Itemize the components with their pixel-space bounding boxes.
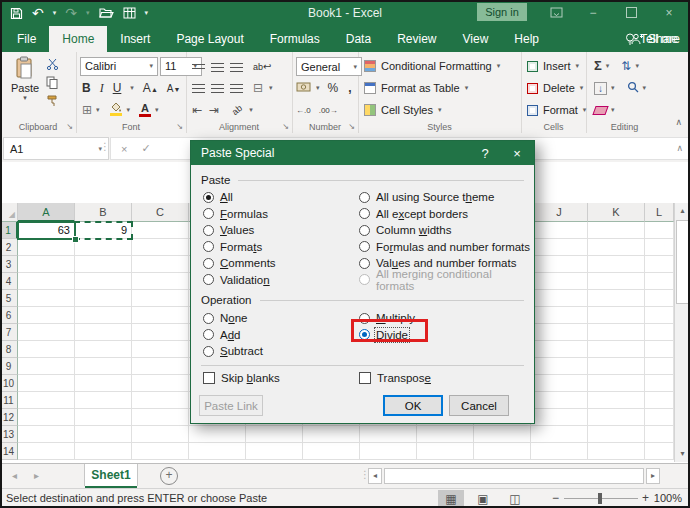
hscroll-left-icon[interactable]: ◂ [368, 468, 382, 484]
transpose-checkbox[interactable]: Transpose [359, 372, 431, 384]
cell-b14[interactable] [75, 443, 132, 460]
expand-formula-bar-icon[interactable]: ∧ [676, 143, 683, 153]
radio-subtract[interactable]: Subtract [203, 343, 353, 360]
radio-icon[interactable] [359, 241, 370, 252]
cell-j10[interactable] [531, 375, 588, 392]
cell-b12[interactable] [75, 409, 132, 426]
orientation-icon[interactable]: ab [230, 103, 244, 117]
cell-c8[interactable] [132, 341, 189, 358]
ribbon-tab-data[interactable]: Data [333, 26, 384, 52]
cell-l11[interactable] [645, 392, 674, 409]
radio-values[interactable]: Values [203, 222, 353, 239]
radio-all-except-borders[interactable]: All except borders [359, 206, 531, 223]
cell-j7[interactable] [531, 324, 588, 341]
cell-b11[interactable] [75, 392, 132, 409]
sheet-tab-active[interactable]: Sheet1 [84, 464, 138, 486]
underline-button[interactable]: U [113, 81, 122, 95]
decrease-indent-icon[interactable]: ⇤ [192, 104, 202, 116]
next-sheet-icon[interactable]: ▸ [34, 470, 39, 481]
cell-c2[interactable] [132, 239, 189, 256]
row-header-12[interactable]: 12 [0, 409, 18, 426]
cell-b7[interactable] [75, 324, 132, 341]
cell-j14[interactable] [531, 443, 588, 460]
name-box[interactable]: A1▾ [3, 137, 109, 160]
dialog-title-bar[interactable]: Paste Special ? × [191, 141, 534, 165]
hscroll-right-icon[interactable]: ▸ [646, 468, 660, 484]
number-format-select[interactable]: General▾ [296, 57, 362, 76]
cell-c1[interactable] [132, 222, 189, 239]
cut-icon[interactable] [46, 58, 59, 72]
cell-c4[interactable] [132, 273, 189, 290]
cell-b13[interactable] [75, 426, 132, 443]
shrink-font-button[interactable]: A▼ [167, 83, 181, 94]
underline-caret-icon[interactable]: ▾ [130, 84, 134, 92]
normal-view-button[interactable]: ▦ [438, 490, 464, 507]
cancel-icon[interactable]: × [121, 143, 127, 155]
column-header-b[interactable]: B [75, 203, 132, 222]
cells-delete-button[interactable]: Delete▾ [527, 79, 583, 97]
cell-l9[interactable] [645, 358, 674, 375]
cell-i13[interactable] [474, 426, 531, 443]
collapse-ribbon-icon[interactable]: ∧ [675, 117, 682, 127]
cell-j5[interactable] [531, 290, 588, 307]
cell-j1[interactable] [531, 222, 588, 239]
cell-h13[interactable] [417, 426, 474, 443]
column-header-k[interactable]: K [588, 203, 645, 222]
radio-validation[interactable]: Validation [203, 272, 353, 289]
radio-formulas[interactable]: Formulas [203, 206, 353, 223]
autosum-icon[interactable]: Σ [594, 60, 602, 72]
align-bottom-icon[interactable] [230, 63, 243, 72]
cell-g14[interactable] [360, 443, 417, 460]
ribbon-tab-formulas[interactable]: Formulas [257, 26, 333, 52]
format-painter-icon[interactable] [46, 94, 59, 109]
cell-l13[interactable] [645, 426, 674, 443]
cells-format-button[interactable]: Format▾ [527, 101, 586, 119]
radio-icon[interactable] [203, 346, 214, 357]
radio-formats[interactable]: Formats [203, 239, 353, 256]
vertical-scrollbar[interactable]: ▴ ▾ [674, 203, 690, 462]
cell-k1[interactable] [588, 222, 645, 239]
cell-k12[interactable] [588, 409, 645, 426]
align-middle-icon[interactable] [211, 63, 224, 72]
close-button[interactable]: × [658, 3, 680, 22]
wrap-text-icon[interactable]: ab↩ [253, 61, 271, 73]
cell-j2[interactable] [531, 239, 588, 256]
scroll-up-icon[interactable]: ▴ [675, 203, 690, 219]
select-all-corner[interactable]: ◢ [0, 203, 18, 222]
merge-center-icon[interactable]: ⊟ [253, 82, 263, 94]
row-header-13[interactable]: 13 [0, 426, 18, 443]
cell-c11[interactable] [132, 392, 189, 409]
cell-j12[interactable] [531, 409, 588, 426]
row-header-11[interactable]: 11 [0, 392, 18, 409]
cell-l5[interactable] [645, 290, 674, 307]
radio-icon[interactable] [203, 313, 214, 324]
cell-e14[interactable] [246, 443, 303, 460]
cell-a12[interactable] [18, 409, 75, 426]
increase-indent-icon[interactable]: ⇥ [209, 104, 219, 116]
clear-icon[interactable] [592, 106, 608, 115]
cell-b5[interactable] [75, 290, 132, 307]
radio-comments[interactable]: Comments [203, 255, 353, 272]
cell-c6[interactable] [132, 307, 189, 324]
checkbox-icon[interactable] [359, 372, 371, 384]
cell-k6[interactable] [588, 307, 645, 324]
ribbon-tab-page-layout[interactable]: Page Layout [163, 26, 256, 52]
font-color-button[interactable]: A [139, 104, 151, 117]
cell-a4[interactable] [18, 273, 75, 290]
previous-sheet-icon[interactable]: ◂ [12, 470, 17, 481]
dialog-close-button[interactable]: × [502, 141, 532, 165]
radio-icon[interactable] [359, 274, 370, 285]
cell-h14[interactable] [417, 443, 474, 460]
cell-k5[interactable] [588, 290, 645, 307]
cell-c3[interactable] [132, 256, 189, 273]
cell-a14[interactable] [18, 443, 75, 460]
cell-c7[interactable] [132, 324, 189, 341]
ribbon-tab-review[interactable]: Review [384, 26, 449, 52]
cell-j13[interactable] [531, 426, 588, 443]
font-dialog-launcher-icon[interactable]: ↘ [176, 123, 183, 131]
maximize-button[interactable] [620, 3, 642, 22]
cell-j4[interactable] [531, 273, 588, 290]
align-top-icon[interactable] [192, 64, 205, 70]
radio-add[interactable]: Add [203, 327, 353, 344]
cell-b4[interactable] [75, 273, 132, 290]
